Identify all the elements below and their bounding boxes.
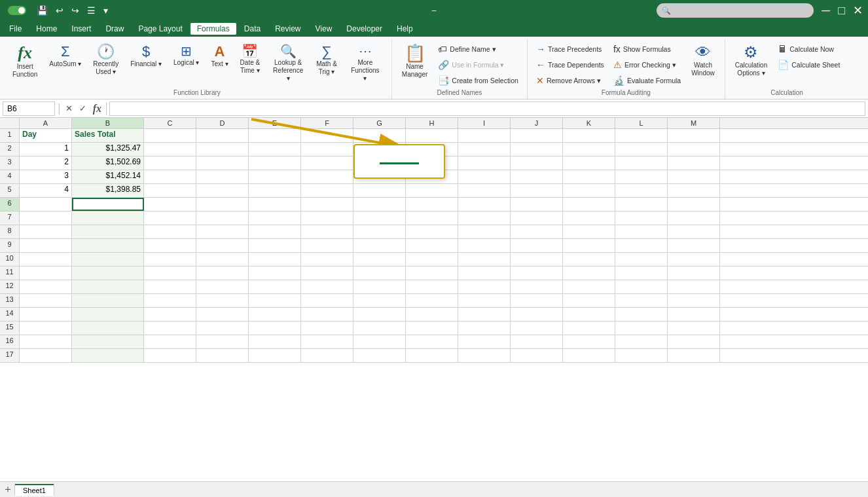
cell-G10[interactable]: [353, 253, 406, 266]
menu-review[interactable]: Review: [268, 23, 307, 35]
cell-E2[interactable]: [249, 143, 301, 156]
cell-F17[interactable]: [301, 349, 353, 362]
autosave-toggle-switch[interactable]: [8, 6, 26, 15]
cell-D10[interactable]: [196, 253, 249, 266]
cell-L9[interactable]: [615, 239, 668, 252]
cell-B11[interactable]: [72, 267, 144, 280]
row-num-14[interactable]: 14: [0, 308, 20, 321]
cell-D11[interactable]: [196, 267, 249, 280]
cell-D5[interactable]: [196, 184, 249, 197]
cell-C17[interactable]: [144, 349, 196, 362]
formula-cancel-icon[interactable]: ✕: [63, 103, 75, 114]
row-num-13[interactable]: 13: [0, 294, 20, 307]
cell-K10[interactable]: [563, 253, 615, 266]
cell-D3[interactable]: [196, 156, 249, 170]
col-header-C[interactable]: C: [144, 118, 196, 128]
cell-A17[interactable]: [20, 349, 72, 362]
remove-arrows-button[interactable]: ✕ Remove Arrows ▾: [533, 73, 607, 88]
cell-E14[interactable]: [249, 308, 301, 321]
cell-B5[interactable]: $1,398.85: [72, 184, 144, 197]
cell-B4[interactable]: $1,452.14: [72, 170, 144, 183]
cell-F5[interactable]: [301, 184, 353, 197]
cell-D17[interactable]: [196, 349, 249, 362]
cell-G7[interactable]: [353, 212, 406, 225]
cell-K9[interactable]: [563, 239, 615, 252]
cell-K15[interactable]: [563, 322, 615, 335]
evaluate-formula-button[interactable]: 🔬 Evaluate Formula: [610, 73, 684, 88]
cell-B8[interactable]: [72, 225, 144, 238]
cell-A4[interactable]: 3: [20, 170, 72, 183]
name-manager-button[interactable]: 📋 NameManager: [397, 42, 432, 81]
cell-B13[interactable]: [72, 294, 144, 307]
cell-I13[interactable]: [458, 294, 511, 307]
cell-J11[interactable]: [511, 267, 563, 280]
formula-input[interactable]: [109, 101, 865, 116]
redo-icon[interactable]: ↪: [69, 4, 82, 17]
cell-H5[interactable]: [406, 184, 458, 197]
row-num-8[interactable]: 8: [0, 225, 20, 238]
cell-H1[interactable]: [406, 129, 458, 142]
menu-draw[interactable]: Draw: [99, 23, 130, 35]
cell-H8[interactable]: [406, 225, 458, 238]
cell-D1[interactable]: [196, 129, 249, 142]
cell-M7[interactable]: [668, 212, 720, 225]
cell-G17[interactable]: [353, 349, 406, 362]
cell-K3[interactable]: [563, 156, 615, 170]
cell-H13[interactable]: [406, 294, 458, 307]
cell-J9[interactable]: [511, 239, 563, 252]
cell-D16[interactable]: [196, 335, 249, 348]
cell-G6[interactable]: [353, 198, 406, 211]
cell-C1[interactable]: [144, 129, 196, 142]
cell-L11[interactable]: [615, 267, 668, 280]
row-num-4[interactable]: 4: [0, 170, 20, 183]
col-header-D[interactable]: D: [196, 118, 249, 128]
cell-A8[interactable]: [20, 225, 72, 238]
cell-K16[interactable]: [563, 335, 615, 348]
cell-C5[interactable]: [144, 184, 196, 197]
cell-G13[interactable]: [353, 294, 406, 307]
row-num-3[interactable]: 3: [0, 156, 20, 170]
maximize-button[interactable]: □: [838, 4, 845, 18]
row-num-9[interactable]: 9: [0, 239, 20, 252]
cell-I3[interactable]: [458, 156, 511, 170]
cell-F2[interactable]: [301, 143, 353, 156]
cell-L17[interactable]: [615, 349, 668, 362]
cell-M2[interactable]: [668, 143, 720, 156]
add-sheet-button[interactable]: ＋: [3, 483, 13, 496]
cell-A6[interactable]: [20, 198, 72, 211]
cell-I15[interactable]: [458, 322, 511, 335]
cell-L15[interactable]: [615, 322, 668, 335]
cell-J12[interactable]: [511, 280, 563, 293]
cell-M12[interactable]: [668, 280, 720, 293]
cell-A11[interactable]: [20, 267, 72, 280]
cell-G5[interactable]: [353, 184, 406, 197]
cell-G9[interactable]: [353, 239, 406, 252]
cell-J5[interactable]: [511, 184, 563, 197]
touchmode-icon[interactable]: ☰: [84, 4, 98, 17]
cell-I17[interactable]: [458, 349, 511, 362]
cell-M4[interactable]: [668, 170, 720, 183]
cell-E15[interactable]: [249, 322, 301, 335]
row-num-17[interactable]: 17: [0, 349, 20, 362]
cell-C11[interactable]: [144, 267, 196, 280]
autosave-toggle[interactable]: [5, 6, 29, 15]
show-formulas-button[interactable]: fx Show Formulas: [610, 42, 684, 56]
save-icon[interactable]: 💾: [34, 4, 50, 17]
cell-J4[interactable]: [511, 170, 563, 183]
cell-C4[interactable]: [144, 170, 196, 183]
row-num-12[interactable]: 12: [0, 280, 20, 293]
cell-J7[interactable]: [511, 212, 563, 225]
cell-G11[interactable]: [353, 267, 406, 280]
cell-G16[interactable]: [353, 335, 406, 348]
error-checking-button[interactable]: ⚠ Error Checking ▾: [610, 58, 684, 72]
cell-C3[interactable]: [144, 156, 196, 170]
menu-help[interactable]: Help: [390, 23, 420, 35]
cell-J13[interactable]: [511, 294, 563, 307]
cell-A14[interactable]: [20, 308, 72, 321]
cell-J14[interactable]: [511, 308, 563, 321]
define-name-button[interactable]: 🏷 Define Name ▾: [435, 42, 522, 56]
row-num-5[interactable]: 5: [0, 184, 20, 197]
cell-C9[interactable]: [144, 239, 196, 252]
cell-E12[interactable]: [249, 280, 301, 293]
cell-K8[interactable]: [563, 225, 615, 238]
